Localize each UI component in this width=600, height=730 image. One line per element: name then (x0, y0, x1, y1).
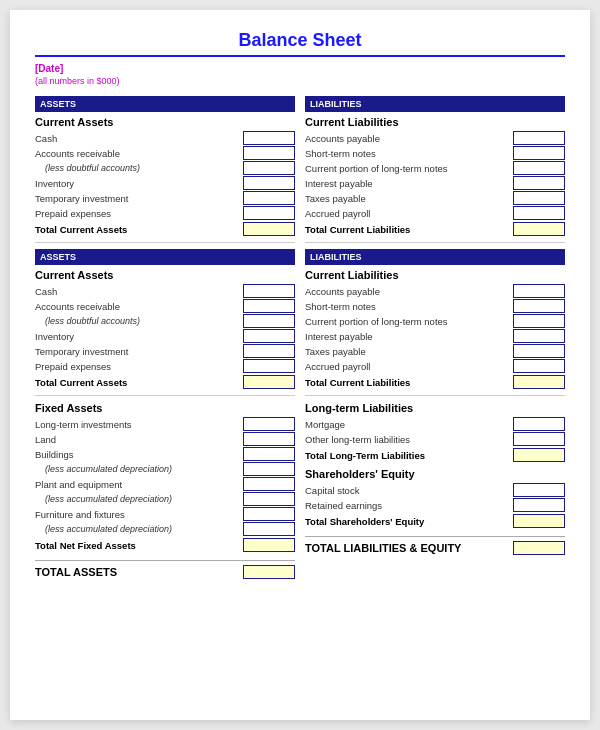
mortgage-input[interactable] (513, 417, 565, 431)
inventory-input-2[interactable] (243, 329, 295, 343)
current-liab-title-1: Current Liabilities (305, 116, 565, 128)
ar-input-2[interactable] (243, 299, 295, 313)
total-row: Total Shareholders' Equity (305, 514, 565, 528)
total-row: Total Current Assets (35, 222, 295, 236)
list-item: Land (35, 432, 295, 446)
prepaid-input-2[interactable] (243, 359, 295, 373)
int-pay-input-2[interactable] (513, 329, 565, 343)
list-item: Inventory (35, 329, 295, 343)
capital-stock-input[interactable] (513, 483, 565, 497)
total-row: Total Current Liabilities (305, 375, 565, 389)
list-item: Prepaid expenses (35, 359, 295, 373)
assets-column: ASSETS Current Assets Cash Accounts rece… (35, 96, 295, 579)
list-item: (less accumulated depreciation) (35, 492, 295, 506)
int-pay-input-1[interactable] (513, 176, 565, 190)
assets-header-1: ASSETS (35, 96, 295, 112)
equity-title: Shareholders' Equity (305, 468, 565, 480)
list-item: Cash (35, 284, 295, 298)
total-liab-equity-input[interactable] (513, 541, 565, 555)
page: Balance Sheet [Date] (all numbers in $00… (10, 10, 590, 720)
total-assets-input[interactable] (243, 565, 295, 579)
list-item: Taxes payable (305, 344, 565, 358)
list-item: Accounts payable (305, 284, 565, 298)
cash-input-2[interactable] (243, 284, 295, 298)
grand-total-row: TOTAL ASSETS (35, 560, 295, 579)
list-item: Accounts payable (305, 131, 565, 145)
stn-input-1[interactable] (513, 146, 565, 160)
total-current-liab-1[interactable] (513, 222, 565, 236)
list-item: (less doubtful accounts) (35, 314, 295, 328)
total-lt-liab[interactable] (513, 448, 565, 462)
ap-input-1[interactable] (513, 131, 565, 145)
current-liab-title-2: Current Liabilities (305, 269, 565, 281)
list-item: (less accumulated depreciation) (35, 522, 295, 536)
land-input[interactable] (243, 432, 295, 446)
bldg-dep-input[interactable] (243, 462, 295, 476)
other-lt-input[interactable] (513, 432, 565, 446)
subtitle: (all numbers in $000) (35, 76, 565, 86)
temp-inv-input-1[interactable] (243, 191, 295, 205)
longterm-liab-title: Long-term Liabilities (305, 402, 565, 414)
list-item: Mortgage (305, 417, 565, 431)
list-item: Interest payable (305, 329, 565, 343)
list-item: Long-term investments (35, 417, 295, 431)
current-assets-title-2: Current Assets (35, 269, 295, 281)
ap-input-2[interactable] (513, 284, 565, 298)
furn-dep-input[interactable] (243, 522, 295, 536)
fixed-assets-title: Fixed Assets (35, 402, 295, 414)
lt-invest-input[interactable] (243, 417, 295, 431)
liabilities-header-2: LIABILITIES (305, 249, 565, 265)
list-item: Temporary investment (35, 344, 295, 358)
retained-earnings-input[interactable] (513, 498, 565, 512)
total-row: Total Current Liabilities (305, 222, 565, 236)
total-current-liab-2[interactable] (513, 375, 565, 389)
cplt-input-1[interactable] (513, 161, 565, 175)
list-item: Buildings (35, 447, 295, 461)
cplt-input-2[interactable] (513, 314, 565, 328)
furniture-input[interactable] (243, 507, 295, 521)
acc-pay-input-1[interactable] (513, 206, 565, 220)
list-item: Temporary investment (35, 191, 295, 205)
cash-input-1[interactable] (243, 131, 295, 145)
total-fixed-assets[interactable] (243, 538, 295, 552)
tax-pay-input-2[interactable] (513, 344, 565, 358)
doubtful-input-2[interactable] (243, 314, 295, 328)
doubtful-input-1[interactable] (243, 161, 295, 175)
list-item: Inventory (35, 176, 295, 190)
list-item: Accrued payroll (305, 359, 565, 373)
list-item: Interest payable (305, 176, 565, 190)
list-item: Other long-term liabilities (305, 432, 565, 446)
current-assets-title-1: Current Assets (35, 116, 295, 128)
temp-inv-input-2[interactable] (243, 344, 295, 358)
list-item: Capital stock (305, 483, 565, 497)
grand-total-row-right: TOTAL LIABILITIES & EQUITY (305, 536, 565, 555)
list-item: Plant and equipment (35, 477, 295, 491)
inventory-input-1[interactable] (243, 176, 295, 190)
liabilities-column: LIABILITIES Current Liabilities Accounts… (305, 96, 565, 579)
total-row: Total Current Assets (35, 375, 295, 389)
stn-input-2[interactable] (513, 299, 565, 313)
total-current-assets-1[interactable] (243, 222, 295, 236)
liabilities-header-1: LIABILITIES (305, 96, 565, 112)
list-item: Taxes payable (305, 191, 565, 205)
list-item: Accounts receivable (35, 146, 295, 160)
plant-input[interactable] (243, 477, 295, 491)
assets-header-2: ASSETS (35, 249, 295, 265)
total-row: Total Long-Term Liabilities (305, 448, 565, 462)
prepaid-input-1[interactable] (243, 206, 295, 220)
total-row: Total Net Fixed Assets (35, 538, 295, 552)
buildings-input[interactable] (243, 447, 295, 461)
plant-dep-input[interactable] (243, 492, 295, 506)
list-item: Short-term notes (305, 299, 565, 313)
total-current-assets-2[interactable] (243, 375, 295, 389)
page-title: Balance Sheet (35, 30, 565, 57)
list-item: Accounts receivable (35, 299, 295, 313)
list-item: Current portion of long-term notes (305, 161, 565, 175)
acc-pay-input-2[interactable] (513, 359, 565, 373)
total-equity-input[interactable] (513, 514, 565, 528)
list-item: Cash (35, 131, 295, 145)
list-item: Accrued payroll (305, 206, 565, 220)
tax-pay-input-1[interactable] (513, 191, 565, 205)
ar-input-1[interactable] (243, 146, 295, 160)
list-item: Short-term notes (305, 146, 565, 160)
